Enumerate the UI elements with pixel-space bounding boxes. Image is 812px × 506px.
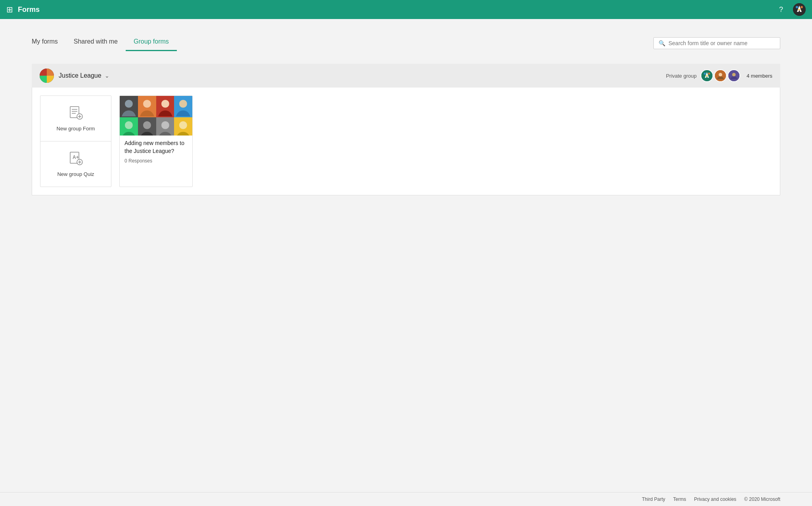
group-header: Justice League ⌄ Private group (32, 64, 780, 88)
svg-rect-7 (47, 76, 54, 83)
mosaic-cell-2 (156, 96, 174, 117)
new-card[interactable]: New group Form A+ New group Quiz (40, 95, 111, 187)
search-input[interactable] (668, 40, 775, 46)
form-card-image-0 (120, 96, 192, 136)
member-avatar-1 (701, 69, 713, 82)
mosaic-cell-4 (120, 117, 138, 136)
search-bar[interactable]: 🔍 (653, 37, 780, 49)
svg-point-10 (704, 73, 706, 74)
svg-rect-4 (40, 69, 47, 76)
tab-group-forms[interactable]: Group forms (126, 35, 177, 51)
group-right-section: Private group (666, 69, 772, 82)
cards-container: New group Form A+ New group Quiz (32, 88, 780, 195)
group-chevron-icon[interactable]: ⌄ (105, 73, 109, 79)
member-avatar-3 (728, 69, 740, 82)
mosaic-cell-1 (138, 96, 156, 117)
new-group-quiz-label: New group Quiz (57, 171, 94, 177)
form-card-responses-0: 0 Responses (124, 158, 188, 164)
footer: Third Party Terms Privacy and cookies © … (0, 492, 812, 506)
tabs-bar: My forms Shared with me Group forms 🔍 (32, 35, 780, 51)
svg-point-12 (719, 73, 722, 76)
new-group-form-section[interactable]: New group Form (40, 96, 111, 141)
footer-copyright: © 2020 Microsoft (744, 496, 780, 502)
search-icon: 🔍 (659, 40, 665, 46)
main-content: My forms Shared with me Group forms 🔍 Ju… (0, 19, 812, 492)
form-card-title-0: Adding new members to the Justice League… (124, 139, 188, 155)
svg-point-27 (125, 100, 133, 108)
member-avatar-2 (714, 69, 727, 82)
mosaic-cell-5 (138, 117, 156, 136)
mosaic-cell-6 (156, 117, 174, 136)
svg-rect-5 (47, 69, 54, 76)
form-card-0[interactable]: Adding new members to the Justice League… (119, 95, 193, 187)
svg-point-30 (179, 100, 187, 108)
svg-point-33 (161, 121, 169, 129)
footer-third-party[interactable]: Third Party (642, 496, 665, 502)
mosaic-cell-7 (174, 117, 192, 136)
topbar: ⊞ Forms ? (0, 0, 812, 19)
tab-my-forms[interactable]: My forms (32, 35, 66, 51)
new-group-quiz-section[interactable]: A+ New group Quiz (40, 141, 111, 187)
group-avatar (40, 69, 54, 83)
new-form-icon (69, 105, 83, 122)
svg-point-9 (708, 73, 710, 74)
svg-point-2 (796, 6, 798, 8)
new-quiz-icon: A+ (69, 151, 83, 168)
svg-point-14 (732, 73, 736, 76)
members-count: 4 members (747, 73, 772, 79)
footer-privacy[interactable]: Privacy and cookies (694, 496, 736, 502)
svg-point-1 (801, 6, 803, 8)
svg-text:A+: A+ (73, 155, 79, 160)
svg-point-34 (179, 121, 187, 129)
help-button[interactable]: ? (776, 4, 787, 15)
form-card-body-0: Adding new members to the Justice League… (120, 136, 192, 187)
mosaic-cell-0 (120, 96, 138, 117)
tab-shared-with-me[interactable]: Shared with me (66, 35, 126, 51)
svg-rect-6 (40, 76, 47, 83)
waffle-icon[interactable]: ⊞ (6, 5, 13, 14)
group-name: Justice League (59, 72, 102, 79)
svg-point-29 (161, 100, 169, 108)
user-avatar[interactable] (793, 3, 806, 16)
svg-point-32 (143, 121, 151, 129)
svg-point-28 (143, 100, 151, 108)
footer-terms[interactable]: Terms (673, 496, 686, 502)
private-group-label: Private group (666, 73, 697, 79)
svg-point-31 (125, 121, 133, 129)
app-title: Forms (18, 6, 776, 14)
new-group-form-label: New group Form (57, 126, 95, 132)
jl-mosaic (120, 96, 192, 136)
mosaic-cell-3 (174, 96, 192, 117)
